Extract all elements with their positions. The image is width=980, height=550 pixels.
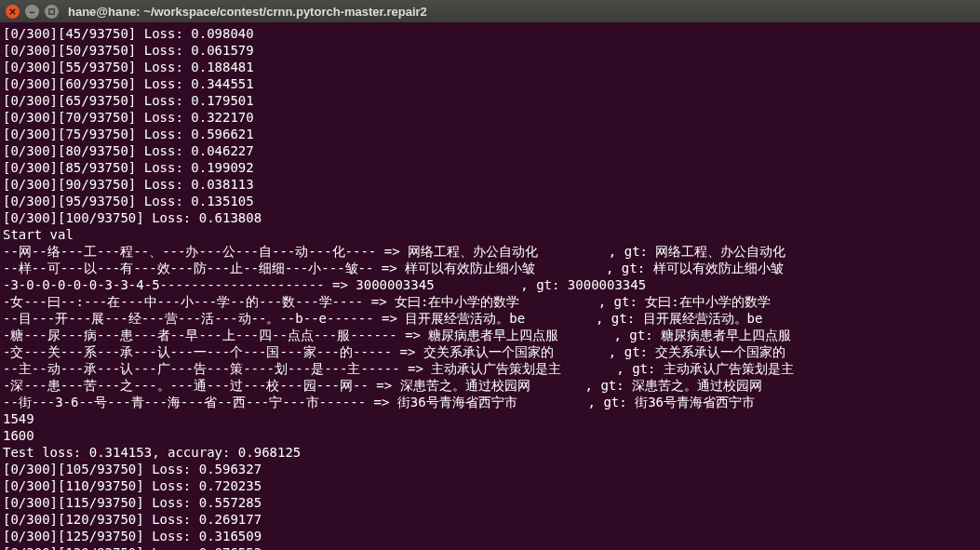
terminal-line: --样--可---以---有---效---防---止--细细---小---皱--… <box>3 260 977 276</box>
terminal-line: 1549 <box>3 410 977 427</box>
terminal-line: [0/300][80/93750] Loss: 0.046227 <box>3 142 977 159</box>
close-icon[interactable] <box>6 5 20 19</box>
terminal-line: -交---关---系---承---认---一---个---国---家---的--… <box>3 343 977 360</box>
terminal-line: -深---患---苦---之---。---通---过---校---园---网--… <box>3 377 977 394</box>
terminal-line: [0/300][95/93750] Loss: 0.135105 <box>3 193 977 209</box>
window-title: hane@hane: ~/workspace/contest/crnn.pyto… <box>68 5 427 19</box>
terminal-line: [0/300][60/93750] Loss: 0.344551 <box>3 75 977 92</box>
terminal-line: [0/300][125/93750] Loss: 0.316509 <box>3 528 977 544</box>
terminal-line: [0/300][90/93750] Loss: 0.038113 <box>3 176 977 193</box>
terminal-line: -3-0-0-0-0-0-3-3-4-5--------------------… <box>3 276 977 293</box>
terminal-line: Start val <box>3 226 977 243</box>
terminal-line: [0/300][120/93750] Loss: 0.269177 <box>3 511 977 528</box>
terminal-line: Test loss: 0.314153, accuray: 0.968125 <box>3 444 977 461</box>
terminal-line: [0/300][55/93750] Loss: 0.188481 <box>3 59 977 75</box>
terminal-output[interactable]: [0/300][45/93750] Loss: 0.098040[0/300][… <box>0 22 980 550</box>
terminal-line: --街---3-6--号---青---海---省--西---宁---市-----… <box>3 394 977 410</box>
maximize-icon[interactable] <box>45 5 59 19</box>
terminal-line: --网--络---工---程--、---办---公---自---动---化---… <box>3 243 977 260</box>
terminal-line: [0/300][85/93750] Loss: 0.199092 <box>3 159 977 176</box>
terminal-line: [0/300][65/93750] Loss: 0.179501 <box>3 92 977 109</box>
terminal-line: [0/300][50/93750] Loss: 0.061579 <box>3 42 977 59</box>
terminal-line: [0/300][100/93750] Loss: 0.613808 <box>3 209 977 226</box>
terminal-line: 1600 <box>3 427 977 444</box>
svg-rect-3 <box>49 8 54 13</box>
terminal-line: --目---开---展---经---营---活---动--。--b--e----… <box>3 310 977 327</box>
terminal-line: [0/300][115/93750] Loss: 0.557285 <box>3 494 977 511</box>
terminal-line: [0/300][105/93750] Loss: 0.596327 <box>3 461 977 477</box>
terminal-line: [0/300][130/93750] Loss: 0.076553 <box>3 544 977 550</box>
window-controls <box>6 5 59 19</box>
title-bar[interactable]: hane@hane: ~/workspace/contest/crnn.pyto… <box>0 0 980 22</box>
terminal-line: [0/300][110/93750] Loss: 0.720235 <box>3 477 977 494</box>
terminal-line: -糖---尿---病---患---者--早---上---四--点点---服---… <box>3 327 977 343</box>
minimize-icon[interactable] <box>25 5 39 19</box>
terminal-window: hane@hane: ~/workspace/contest/crnn.pyto… <box>0 0 980 550</box>
terminal-line: [0/300][75/93750] Loss: 0.596621 <box>3 126 977 142</box>
terminal-line: -女---曰--:---在---中---小---学--的---数---学----… <box>3 293 977 310</box>
terminal-line: --主--动---承---认---广---告---策----划---是---主-… <box>3 360 977 377</box>
terminal-line: [0/300][45/93750] Loss: 0.098040 <box>3 25 977 42</box>
terminal-line: [0/300][70/93750] Loss: 0.322170 <box>3 109 977 126</box>
